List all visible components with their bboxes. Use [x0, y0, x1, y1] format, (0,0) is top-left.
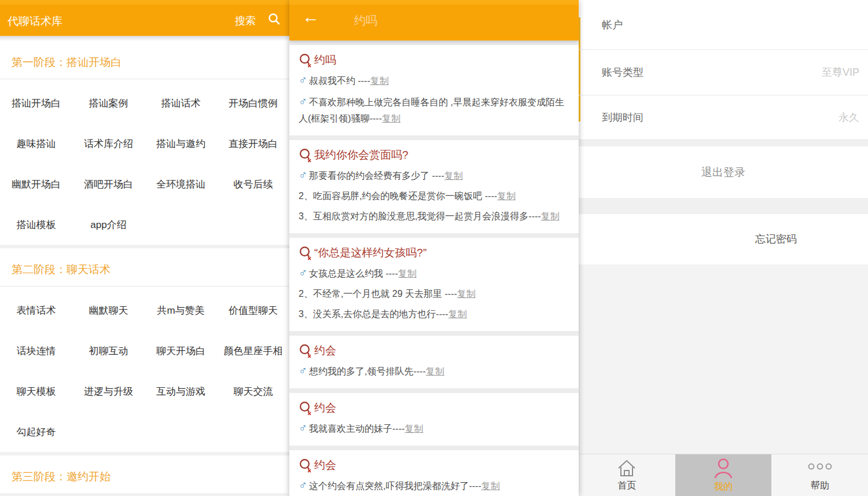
category-screen: 代聊话术库 搜索 第一阶段：搭讪开场白 搭讪开场白 搭讪案例 搭讪话术 开场白惯… [0, 0, 289, 496]
copy-link[interactable]: 复制 [481, 481, 500, 491]
category-button[interactable]: 聊天开场白 [145, 330, 217, 371]
category-button[interactable]: 聊天模板 [0, 371, 72, 412]
category-button[interactable]: 初聊互动 [72, 330, 145, 371]
category-grid-1: 搭讪开场白 搭讪案例 搭讪话术 开场白惯例 趣味搭讪 话术库介绍 搭讪与邀约 直… [0, 79, 289, 245]
phrase-line: ♂那要看你的约会经费有多少了 ----复制 [299, 167, 569, 184]
copy-link[interactable]: 复制 [404, 424, 423, 433]
header-shadow [0, 36, 289, 41]
account-type-label: 账号类型 [602, 65, 643, 79]
category-button[interactable]: 幽默聊天 [72, 290, 145, 330]
category-button[interactable]: 话术库介绍 [72, 123, 145, 164]
category-grid-2: 表情话术 幽默聊天 共m与赞美 价值型聊天 话块连情 初聊互动 聊天开场白 颜色… [0, 286, 289, 452]
category-button[interactable]: 颜色星座手相 [217, 330, 289, 371]
app-header: 代聊话术库 搜索 [0, 0, 289, 36]
card-title: 我约你你会赏面吗? [314, 148, 409, 163]
expiry-value: 永久 [838, 111, 859, 124]
category-button[interactable]: 幽默开场白 [0, 164, 72, 204]
account-type-row[interactable]: 账号类型 至尊VIP [579, 50, 868, 95]
category-button[interactable]: 酒吧开场白 [72, 164, 145, 204]
category-button[interactable]: 表情话术 [0, 290, 72, 330]
search-x-icon [299, 246, 312, 260]
phrase-line: 2、不经常,一个月也就 29 天去那里 ----复制 [299, 286, 569, 302]
bottom-nav: 首页 我的 帮助 [579, 454, 868, 496]
search-icon[interactable] [267, 12, 281, 26]
account-info-group: 帐户 账号类型 至尊VIP 到期时间 永久 [579, 0, 868, 139]
category-button[interactable]: 全环境搭讪 [145, 164, 217, 204]
account-row[interactable]: 帐户 [579, 0, 868, 50]
category-button[interactable]: 互动与游戏 [145, 371, 217, 412]
category-button[interactable]: 搭讪开场白 [0, 83, 72, 123]
category-button[interactable]: 共m与赞美 [145, 290, 217, 330]
more-dots-icon [807, 459, 833, 477]
logout-button[interactable]: 退出登录 [579, 146, 868, 198]
search-button[interactable]: 搜索 [235, 14, 256, 28]
category-button[interactable]: 搭讪案例 [72, 83, 145, 123]
phrase-card: 约会 ♂想约我的多了,领号排队先----复制 [289, 336, 579, 388]
category-button[interactable]: 开场白惯例 [217, 83, 289, 123]
card-title: 约会 [314, 343, 336, 358]
copy-link[interactable]: 复制 [457, 289, 476, 299]
card-title: 约吗 [314, 53, 336, 68]
card-title-row: 我约你你会赏面吗? [299, 148, 569, 163]
category-button[interactable]: 进逻与升级 [72, 371, 145, 412]
copy-link[interactable]: 复制 [444, 171, 463, 181]
phrase-line: ♂叔叔我不约 ----复制 [299, 72, 569, 89]
forgot-password-row: 忘记密码 [579, 214, 868, 264]
back-arrow-icon[interactable]: ← [302, 8, 319, 25]
category-button[interactable]: 收号后续 [217, 164, 289, 204]
phrase-text: 叔叔我不约 ---- [309, 76, 370, 86]
male-icon: ♂ [299, 168, 307, 181]
phrase-line: ♂女孩总是这么约我 ----复制 [299, 264, 569, 282]
section-heading-3: 第三阶段：邀约开始 [0, 455, 289, 493]
account-type-value: 至尊VIP [822, 65, 859, 79]
expiry-row[interactable]: 到期时间 永久 [579, 95, 868, 139]
card-title-row: 约吗 [299, 53, 569, 68]
copy-link[interactable]: 复制 [426, 366, 444, 376]
group-divider [579, 139, 868, 146]
male-icon: ♂ [299, 95, 307, 108]
nav-tab-home[interactable]: 首页 [579, 454, 675, 496]
phrase-card: 约会 ♂这个约会有点突然,吓得我把澡都洗好了----复制 [289, 450, 579, 496]
group-divider [579, 198, 868, 214]
copy-link[interactable]: 复制 [398, 269, 417, 278]
phrase-text: 我就喜欢主动的妹子---- [309, 424, 404, 433]
category-button[interactable]: 勾起好奇 [0, 412, 72, 452]
copy-link[interactable]: 复制 [541, 211, 560, 221]
forgot-password-link[interactable]: 忘记密码 [755, 232, 797, 246]
card-title: “你总是这样约女孩吗?” [314, 245, 426, 260]
category-button[interactable]: app介绍 [72, 204, 145, 245]
search-x-icon [299, 458, 312, 473]
category-button[interactable]: 搭讪话术 [145, 83, 217, 123]
search-x-icon [299, 53, 312, 68]
nav-tab-help[interactable]: 帮助 [771, 454, 868, 496]
phrase-card: 我约你你会赏面吗? ♂那要看你的约会经费有多少了 ----复制 2、吃面容易胖,… [289, 140, 579, 233]
phrase-line: ♂想约我的多了,领号排队先----复制 [299, 362, 569, 380]
phrase-text: 那要看你的约会经费有多少了 ---- [309, 171, 444, 181]
card-title-row: 约会 [299, 343, 569, 358]
copy-link[interactable]: 复制 [497, 191, 516, 201]
category-button[interactable]: 聊天交流 [217, 371, 289, 412]
copy-link[interactable]: 复制 [370, 76, 389, 86]
category-button[interactable]: 趣味搭讪 [0, 123, 72, 164]
search-x-icon [299, 148, 312, 163]
detail-title: 约吗 [354, 13, 377, 28]
category-button[interactable]: 搭讪模板 [0, 204, 72, 245]
category-button[interactable]: 搭讪与邀约 [145, 123, 217, 164]
male-icon: ♂ [299, 421, 307, 434]
nav-tab-mine[interactable]: 我的 [675, 454, 772, 496]
phrase-line: 3、互相欣赏对方的脸没意思,我觉得一起赏月会浪漫得多----复制 [299, 208, 569, 225]
phrase-text: 3、互相欣赏对方的脸没意思,我觉得一起赏月会浪漫得多---- [299, 211, 541, 221]
category-button[interactable]: 话块连情 [0, 330, 72, 371]
phrase-text: 想约我的多了,领号排队先---- [309, 366, 426, 376]
nav-label-home: 首页 [617, 480, 636, 492]
account-label: 帐户 [602, 18, 623, 32]
expiry-label: 到期时间 [602, 111, 643, 124]
category-button[interactable]: 直接开场白 [217, 123, 289, 164]
phrase-line: 2、吃面容易胖,约会的晚餐还是赏你一碗饭吧 ----复制 [299, 188, 569, 204]
phrase-text: 不喜欢那种晚上做完各自睡各自的 ,早晨起来穿好衣服变成陌生人(框架引领)骚聊--… [299, 97, 564, 123]
category-button[interactable]: 价值型聊天 [217, 290, 289, 330]
copy-link[interactable]: 复制 [448, 309, 467, 319]
copy-link[interactable]: 复制 [382, 113, 400, 123]
male-icon: ♂ [299, 266, 307, 279]
section-heading-1: 第一阶段：搭讪开场白 [0, 41, 289, 79]
